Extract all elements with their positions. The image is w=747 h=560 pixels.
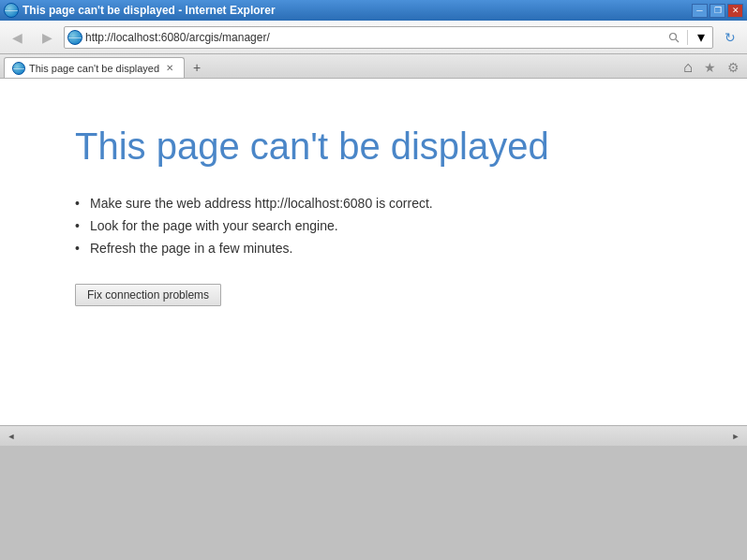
address-input[interactable] xyxy=(85,31,663,44)
restore-button[interactable]: ❐ xyxy=(710,4,725,18)
favorites-button[interactable]: ★ xyxy=(700,58,720,77)
list-item: Refresh the page in a few minutes. xyxy=(75,241,672,256)
back-button[interactable]: ◀ xyxy=(4,24,30,51)
svg-point-0 xyxy=(670,33,677,39)
tab-bar: This page can't be displayed ✕ + ⌂ ★ ⚙ xyxy=(0,54,747,79)
tools-button[interactable]: ⚙ xyxy=(724,58,743,77)
tab-close-button[interactable]: ✕ xyxy=(163,62,176,75)
error-title: This page can't be displayed xyxy=(75,125,672,168)
active-tab[interactable]: This page can't be displayed ✕ xyxy=(4,57,185,78)
list-item: Look for the page with your search engin… xyxy=(75,218,672,233)
title-bar-left: This page can't be displayed - Internet … xyxy=(4,3,276,18)
address-dropdown-button[interactable]: ▾ xyxy=(692,27,710,48)
bullet-3: Refresh the page in a few minutes. xyxy=(90,241,292,256)
tab-label: This page can't be displayed xyxy=(29,63,159,74)
fix-connection-button[interactable]: Fix connection problems xyxy=(75,284,221,306)
home-icon: ⌂ xyxy=(683,59,693,76)
status-left: ◄ xyxy=(4,428,19,445)
list-item: Make sure the web address http://localho… xyxy=(75,196,672,211)
home-button[interactable]: ⌂ xyxy=(680,57,696,78)
browser-content: This page can't be displayed Make sure t… xyxy=(0,79,747,425)
ie-icon xyxy=(4,3,19,18)
title-bar: This page can't be displayed - Internet … xyxy=(0,0,747,21)
gear-icon: ⚙ xyxy=(727,60,740,75)
title-bar-text: This page can't be displayed - Internet … xyxy=(22,4,276,17)
bullet-1: Make sure the web address http://localho… xyxy=(90,196,433,211)
new-tab-button[interactable]: + xyxy=(187,57,207,78)
scroll-left-button[interactable]: ◄ xyxy=(4,428,19,445)
title-bar-controls: ─ ❐ ✕ xyxy=(692,4,743,18)
address-ie-icon xyxy=(67,29,83,46)
svg-line-1 xyxy=(676,39,679,42)
tab-ie-icon xyxy=(12,62,25,75)
forward-button[interactable]: ▶ xyxy=(34,24,60,51)
status-bar: ◄ ► xyxy=(0,425,747,446)
close-button[interactable]: ✕ xyxy=(727,4,743,18)
address-bar: ▾ xyxy=(64,26,713,49)
error-list: Make sure the web address http://localho… xyxy=(75,196,672,256)
minimize-button[interactable]: ─ xyxy=(692,4,708,18)
address-search-button[interactable] xyxy=(665,27,683,48)
refresh-button[interactable]: ↻ xyxy=(717,24,743,51)
bullet-2: Look for the page with your search engin… xyxy=(90,218,338,233)
star-icon: ★ xyxy=(704,60,716,75)
scroll-right-button[interactable]: ► xyxy=(728,428,743,445)
navigation-bar: ◀ ▶ ▾ ↻ xyxy=(0,21,747,54)
